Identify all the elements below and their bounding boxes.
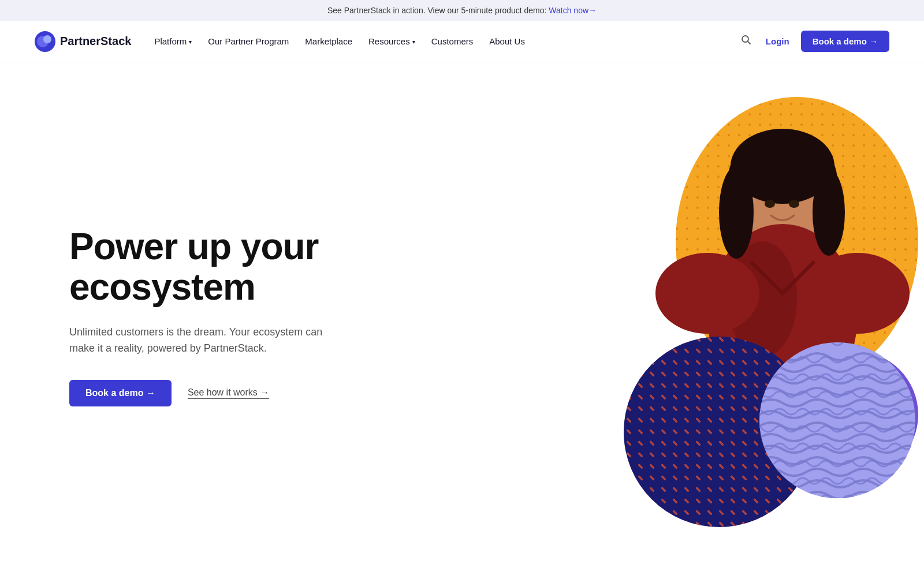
nav-link-resources[interactable]: Resources ▾ [368, 36, 415, 46]
search-icon [740, 34, 752, 46]
hero-title: Power up your ecosystem [69, 226, 346, 308]
logo-text: PartnerStack [60, 35, 131, 48]
hero-see-how-link[interactable]: See how it works → [188, 387, 269, 399]
svg-point-22 [655, 253, 759, 334]
nav-links: Platform ▾ Our Partner Program Marketpla… [154, 36, 737, 46]
svg-point-20 [765, 200, 775, 208]
svg-point-2 [43, 35, 51, 43]
svg-point-21 [789, 200, 799, 208]
hero-illustration-svg [612, 91, 924, 530]
announcement-text: See PartnerStack in action. View our 5-m… [327, 6, 547, 15]
hero-actions: Book a demo → See how it works → [69, 380, 346, 406]
svg-line-4 [747, 42, 750, 44]
announcement-bar: See PartnerStack in action. View our 5-m… [0, 0, 924, 21]
hero-content: Power up your ecosystem Unlimited custom… [69, 226, 346, 406]
nav-actions: Login Book a demo → [738, 31, 889, 52]
hero-illustration [612, 91, 924, 530]
nav-link-marketplace[interactable]: Marketplace [305, 36, 352, 46]
nav-link-customers[interactable]: Customers [431, 36, 474, 46]
svg-point-19 [813, 169, 845, 256]
chevron-down-icon: ▾ [412, 39, 415, 45]
nav-link-about-us[interactable]: About Us [489, 36, 525, 46]
search-button[interactable] [738, 32, 754, 51]
watch-now-link[interactable]: Watch now→ [549, 6, 597, 15]
hero-section: Power up your ecosystem Unlimited custom… [0, 62, 924, 559]
logo-icon [35, 31, 55, 52]
main-nav: PartnerStack Platform ▾ Our Partner Prog… [0, 21, 924, 62]
chevron-down-icon: ▾ [189, 39, 192, 45]
nav-link-platform[interactable]: Platform ▾ [154, 36, 192, 46]
nav-link-partner-program[interactable]: Our Partner Program [208, 36, 289, 46]
svg-point-23 [806, 253, 910, 334]
svg-point-18 [719, 166, 754, 259]
login-button[interactable]: Login [766, 36, 789, 46]
logo-link[interactable]: PartnerStack [35, 31, 131, 52]
hero-book-demo-button[interactable]: Book a demo → [69, 380, 172, 406]
hero-subtitle: Unlimited customers is the dream. Your e… [69, 324, 346, 357]
nav-book-demo-button[interactable]: Book a demo → [801, 31, 889, 52]
